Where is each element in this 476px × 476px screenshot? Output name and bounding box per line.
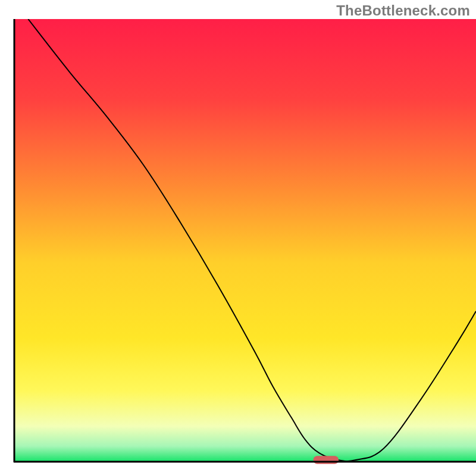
- bottleneck-chart: [0, 0, 476, 476]
- optimal-marker: [313, 456, 339, 464]
- attribution-text: TheBottleneck.com: [336, 2, 470, 19]
- plot-background: [14, 19, 476, 462]
- chart-stage: TheBottleneck.com: [0, 0, 476, 476]
